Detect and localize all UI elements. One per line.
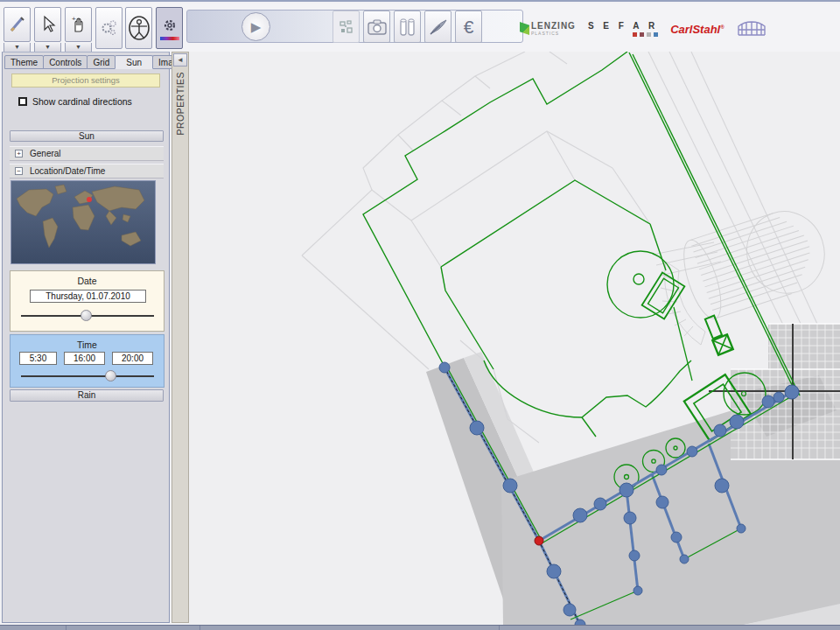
main-toolbar: ▼ ▼ + ▼ ▶ (0, 4, 840, 52)
ramp-hatch (653, 242, 721, 345)
date-panel: Date Thursday, 01.07.2010 (10, 270, 164, 332)
plan-marker (705, 316, 733, 355)
application-window: ▼ ▼ + ▼ ▶ (0, 0, 840, 630)
transform-gears-icon (99, 18, 120, 38)
play-button[interactable]: ▶ (242, 12, 270, 41)
cost-button[interactable]: € (455, 10, 482, 43)
camera-icon (368, 19, 387, 35)
feather-button[interactable] (424, 10, 452, 43)
transform-tool-button[interactable] (95, 7, 122, 49)
material-rolls-icon (398, 17, 417, 38)
sponsor-logos: LENZINGPLASTICS S E F A R CarlStahl® (520, 14, 835, 44)
pan-tool-button[interactable]: + (65, 7, 92, 42)
tab-grid[interactable]: Grid (87, 55, 116, 69)
color-gradient-strip (160, 37, 179, 40)
model-nodes-icon (338, 18, 355, 36)
model-nodes-button[interactable] (332, 10, 360, 43)
human-scale-button[interactable] (125, 7, 152, 49)
time-label: Time (10, 340, 164, 350)
sun-section-header[interactable]: Sun (10, 130, 164, 142)
general-section-label: General (30, 149, 61, 158)
sefar-logo: S E F A R (588, 21, 658, 37)
expand-icon[interactable]: + (15, 150, 23, 158)
render-gear-icon (160, 16, 179, 35)
time-slider-track (21, 375, 154, 377)
tab-theme[interactable]: Theme (4, 55, 44, 69)
time-end-field[interactable]: 20:00 (112, 352, 153, 365)
tab-controls[interactable]: Controls (43, 55, 88, 69)
location-section-label: Location/Date/Time (30, 166, 105, 176)
sefar-square-blue (654, 32, 658, 37)
status-bar (0, 625, 840, 630)
settings-sidebar: Theme Controls Grid Sun Images Projectio… (2, 52, 170, 623)
cardinal-directions-checkbox[interactable] (18, 97, 27, 106)
sefar-square-maroon (640, 32, 644, 37)
cardinal-directions-label: Show cardinal directions (32, 96, 132, 107)
cursor-icon (39, 15, 57, 34)
hand-grab-icon: + (69, 15, 88, 34)
projection-settings-button[interactable]: Projection settings (11, 74, 160, 88)
selected-node[interactable] (535, 536, 543, 545)
date-field[interactable]: Thursday, 01.07.2010 (30, 290, 146, 303)
properties-tab-label: PROPERTIES (175, 72, 186, 136)
world-map[interactable] (10, 180, 156, 264)
location-marker (87, 197, 92, 202)
feather-icon (428, 18, 449, 37)
date-slider[interactable] (21, 310, 154, 322)
tab-sun[interactable]: Sun (115, 55, 153, 69)
membrane-structure-logo (737, 19, 766, 38)
rain-section-header[interactable]: Rain (10, 389, 164, 402)
snapshot-button[interactable] (363, 10, 390, 43)
select-tool-button[interactable] (34, 7, 61, 42)
sidebar-tab-strip: Theme Controls Grid Sun Images (4, 55, 192, 69)
date-label: Date (10, 276, 164, 286)
date-slider-thumb[interactable] (80, 310, 92, 321)
time-panel: Time 5:30 16:00 20:00 (10, 334, 164, 388)
collapse-icon[interactable]: − (15, 167, 23, 175)
location-section-toggle[interactable]: − Location/Date/Time (10, 164, 164, 178)
time-slider[interactable] (21, 370, 154, 382)
world-map-image (11, 181, 155, 263)
euro-icon: € (464, 17, 474, 38)
canvas-drawing (189, 52, 840, 625)
cardinal-directions-row: Show cardinal directions (18, 96, 132, 107)
sefar-square-gray (647, 32, 651, 37)
properties-panel-tab[interactable]: ◄ PROPERTIES (172, 52, 189, 623)
lenzing-logo: LENZINGPLASTICS (520, 22, 576, 36)
collapse-panel-button[interactable]: ◄ (173, 53, 187, 66)
general-section-toggle[interactable]: + General (10, 146, 164, 161)
sefar-square-red (633, 32, 637, 37)
lenzing-flag-icon (520, 22, 529, 35)
render-settings-button[interactable] (156, 7, 183, 49)
svg-text:+: + (72, 15, 76, 23)
material-rolls-button[interactable] (394, 10, 421, 43)
time-start-field[interactable]: 5:30 (19, 352, 57, 365)
viewport-canvas[interactable] (189, 52, 840, 625)
draw-tool-button[interactable] (4, 7, 31, 42)
time-current-field[interactable]: 16:00 (64, 352, 105, 365)
carlstahl-logo: CarlStahl® (670, 23, 724, 36)
vitruvian-man-icon (128, 15, 150, 41)
pencil-icon (8, 15, 27, 34)
time-slider-thumb[interactable] (105, 370, 116, 382)
